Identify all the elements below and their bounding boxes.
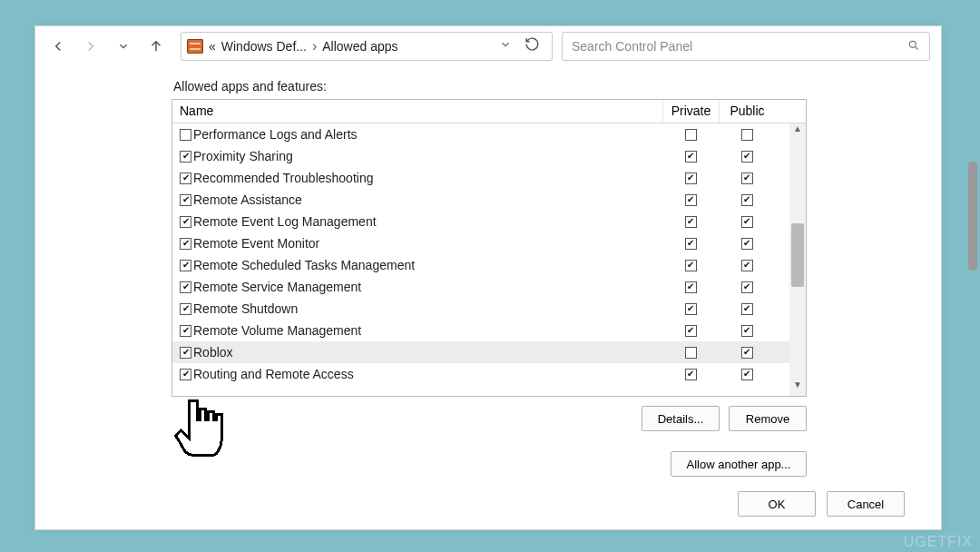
private-checkbox[interactable] (685, 238, 697, 250)
table-row[interactable]: Remote Shutdown (172, 298, 806, 320)
enable-checkbox[interactable] (180, 369, 191, 380)
firewall-icon (187, 39, 203, 54)
allowed-apps-list: Name Private Public Performance Logs and… (172, 99, 807, 397)
page-scrollbar[interactable] (968, 162, 977, 361)
private-checkbox[interactable] (685, 260, 697, 271)
enable-checkbox[interactable] (180, 238, 191, 250)
table-row[interactable]: Recommended Troubleshooting (172, 167, 806, 189)
enable-checkbox[interactable] (180, 151, 191, 163)
arrow-up-icon (148, 38, 164, 54)
back-button[interactable] (43, 31, 74, 62)
arrow-right-icon (83, 38, 99, 54)
scrollbar-thumb[interactable] (791, 223, 804, 287)
cancel-button[interactable]: Cancel (827, 491, 905, 517)
search-placeholder: Search Control Panel (572, 39, 692, 54)
enable-checkbox[interactable] (180, 325, 191, 337)
breadcrumb-bar[interactable]: « Windows Def... › Allowed apps (181, 32, 553, 61)
refresh-button[interactable] (517, 36, 546, 56)
public-checkbox[interactable] (741, 260, 753, 271)
column-header-public[interactable]: Public (719, 100, 775, 123)
table-row[interactable]: Routing and Remote Access (172, 363, 806, 385)
public-checkbox[interactable] (741, 194, 753, 206)
app-name-label: Remote Assistance (193, 192, 302, 207)
scrollbar-thumb[interactable] (968, 162, 977, 271)
table-row[interactable]: Remote Event Monitor (172, 232, 806, 254)
allow-another-app-button[interactable]: Allow another app... (671, 451, 807, 477)
forward-button[interactable] (75, 31, 106, 62)
arrow-left-icon (50, 38, 66, 54)
enable-checkbox[interactable] (180, 281, 191, 293)
table-row[interactable]: Remote Scheduled Tasks Management (172, 254, 806, 276)
enable-checkbox[interactable] (180, 172, 191, 184)
private-checkbox[interactable] (685, 172, 697, 184)
refresh-icon (524, 36, 540, 52)
table-row[interactable]: Remote Service Management (172, 276, 806, 298)
public-checkbox[interactable] (741, 281, 753, 293)
column-header-private[interactable]: Private (662, 100, 719, 123)
scroll-up-icon[interactable]: ▲ (789, 123, 806, 140)
public-checkbox[interactable] (741, 369, 753, 380)
enable-checkbox[interactable] (180, 260, 191, 271)
details-button[interactable]: Details... (642, 406, 720, 431)
table-row[interactable]: Remote Event Log Management (172, 211, 806, 232)
enable-checkbox[interactable] (180, 216, 191, 228)
table-row[interactable]: Performance Logs and Alerts (172, 123, 806, 145)
svg-point-0 (909, 41, 916, 47)
breadcrumb-seg-2[interactable]: Allowed apps (322, 39, 397, 54)
private-checkbox[interactable] (685, 369, 697, 380)
app-name-label: Proximity Sharing (193, 149, 293, 163)
search-input[interactable]: Search Control Panel (562, 32, 930, 61)
enable-checkbox[interactable] (180, 347, 191, 359)
enable-checkbox[interactable] (180, 303, 191, 315)
list-action-buttons: Details... Remove (172, 406, 807, 431)
remove-button[interactable]: Remove (729, 406, 807, 431)
ok-button[interactable]: OK (738, 491, 816, 517)
app-name-label: Remote Service Management (193, 280, 361, 294)
app-name-label: Remote Scheduled Tasks Management (193, 258, 415, 272)
public-checkbox[interactable] (741, 325, 753, 337)
watermark: UGETFIX (904, 534, 973, 550)
public-checkbox[interactable] (741, 172, 753, 184)
public-checkbox[interactable] (741, 347, 753, 359)
app-name-label: Remote Event Monitor (193, 236, 319, 251)
public-checkbox[interactable] (741, 238, 753, 250)
public-checkbox[interactable] (741, 129, 753, 141)
list-scrollbar[interactable]: ▲ ▼ (789, 123, 806, 396)
table-row[interactable]: Remote Assistance (172, 189, 806, 211)
private-checkbox[interactable] (685, 194, 697, 206)
table-row[interactable]: Remote Volume Management (172, 320, 806, 341)
breadcrumb-prefix: « (209, 39, 216, 54)
chevron-down-icon (117, 40, 130, 53)
app-name-label: Recommended Troubleshooting (193, 171, 373, 185)
chevron-right-icon: › (312, 38, 317, 54)
app-name-label: Roblox (193, 345, 233, 360)
private-checkbox[interactable] (685, 325, 697, 337)
public-checkbox[interactable] (741, 303, 753, 315)
table-row[interactable]: Proximity Sharing (172, 145, 806, 167)
private-checkbox[interactable] (685, 216, 697, 228)
public-checkbox[interactable] (741, 151, 753, 163)
column-header-name[interactable]: Name (172, 100, 662, 123)
recent-dropdown-button[interactable] (108, 31, 139, 62)
enable-checkbox[interactable] (180, 194, 191, 206)
breadcrumb-dropdown[interactable] (499, 38, 512, 54)
public-checkbox[interactable] (741, 216, 753, 228)
chevron-down-icon (499, 38, 512, 51)
navigation-toolbar: « Windows Def... › Allowed apps Search C… (35, 26, 941, 66)
app-name-label: Routing and Remote Access (193, 367, 354, 381)
private-checkbox[interactable] (685, 303, 697, 315)
private-checkbox[interactable] (685, 129, 697, 141)
app-name-label: Remote Shutdown (193, 301, 298, 316)
allowed-apps-panel: Allowed apps and features: Name Private … (35, 79, 941, 477)
enable-checkbox[interactable] (180, 129, 191, 141)
scroll-down-icon[interactable]: ▼ (789, 380, 806, 396)
app-name-label: Remote Volume Management (193, 323, 361, 338)
breadcrumb-seg-1[interactable]: Windows Def... (221, 39, 307, 54)
dialog-buttons: OK Cancel (738, 491, 905, 517)
private-checkbox[interactable] (685, 281, 697, 293)
up-button[interactable] (141, 31, 172, 62)
table-row[interactable]: Roblox (172, 341, 806, 363)
private-checkbox[interactable] (685, 151, 697, 163)
list-header: Name Private Public (172, 100, 806, 123)
private-checkbox[interactable] (685, 347, 697, 359)
